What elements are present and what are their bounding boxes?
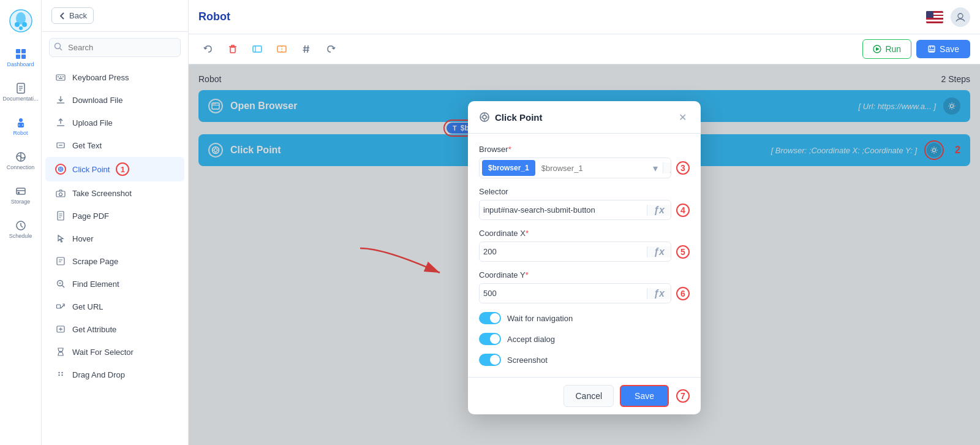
svg-rect-7 xyxy=(16,55,20,59)
svg-point-61 xyxy=(58,375,59,376)
sidebar-item-get-attribute[interactable]: Get Attribute xyxy=(45,318,184,340)
sidebar-item-page-pdf[interactable]: Page PDF xyxy=(45,205,184,227)
sidebar-list: Keyboard Press Download File Upload File… xyxy=(42,63,188,445)
browser-field-group: Browser* $browser_1 ▾ ƒx 3 xyxy=(479,145,690,178)
annotation-3: 3 xyxy=(676,161,690,175)
hover-icon xyxy=(55,233,66,244)
sidebar-item-get-url[interactable]: Get URL xyxy=(45,295,184,318)
coord-x-input-wrap: ƒx xyxy=(479,242,671,262)
user-avatar[interactable] xyxy=(951,7,970,27)
sidebar-item-take-screenshot-label: Take Screenshot xyxy=(72,189,132,198)
hash-button[interactable] xyxy=(296,39,316,59)
main-title: Robot xyxy=(198,10,230,23)
sidebar-item-click-point[interactable]: Click Point 1 xyxy=(45,157,184,181)
run-button[interactable]: Run xyxy=(862,39,911,59)
wait-nav-toggle-row: Wait for navigation xyxy=(479,312,690,324)
sidebar-item-get-url-label: Get URL xyxy=(72,302,104,311)
svg-point-2 xyxy=(15,22,20,27)
redo-button[interactable] xyxy=(321,39,341,59)
sidebar-item-get-text[interactable]: Get Text xyxy=(45,134,184,156)
coord-y-fx-button[interactable]: ƒx xyxy=(647,288,671,299)
selector-input[interactable] xyxy=(480,200,647,219)
robot-area: Robot 2 Steps Open Browser [ Url: https:… xyxy=(189,64,980,445)
modal-cancel-button[interactable]: Cancel xyxy=(564,385,614,407)
screenshot-toggle-row: Screenshot xyxy=(479,354,690,366)
scrape-icon xyxy=(55,256,66,267)
modal-header-left: Click Point xyxy=(479,112,543,123)
nav-item-connection[interactable]: Connection xyxy=(4,145,38,177)
click-point-modal: Click Point ✕ Browser* $browser_1 xyxy=(468,101,701,414)
undo-button[interactable] xyxy=(198,39,218,59)
sidebar-item-click-point-label: Click Point xyxy=(72,165,110,174)
browser-input[interactable] xyxy=(538,159,648,178)
coord-y-label: Coordinate Y* xyxy=(479,270,690,280)
save-button[interactable]: Save xyxy=(916,40,970,58)
toolbar: Run Save xyxy=(189,34,980,64)
browser-input-row: $browser_1 ▾ ƒx 3 xyxy=(479,158,690,178)
selector-input-wrap: ƒx xyxy=(479,200,671,220)
modal-close-button[interactable]: ✕ xyxy=(675,110,690,124)
screenshot-toggle[interactable] xyxy=(479,354,501,366)
language-selector[interactable] xyxy=(926,11,943,23)
coord-y-input[interactable] xyxy=(480,284,647,303)
modal-body: Browser* $browser_1 ▾ ƒx 3 xyxy=(468,134,701,377)
svg-point-21 xyxy=(18,192,19,193)
preview-button[interactable] xyxy=(247,39,267,59)
back-button[interactable]: Back xyxy=(51,7,94,24)
coord-x-input[interactable] xyxy=(480,242,647,261)
delete-button[interactable] xyxy=(223,39,243,59)
sidebar-item-upload-file[interactable]: Upload File xyxy=(45,112,184,134)
coord-x-label: Coordinate X* xyxy=(479,229,690,238)
sidebar-item-scrape-page[interactable]: Scrape Page xyxy=(45,250,184,272)
sidebar-item-download-file-label: Download File xyxy=(72,96,123,105)
sidebar-item-find-element[interactable]: Find Element xyxy=(45,273,184,295)
sidebar-item-keyboard-press[interactable]: Keyboard Press xyxy=(45,66,184,88)
browser-fx-button[interactable]: ƒx xyxy=(663,162,671,173)
attribute-icon xyxy=(55,324,66,335)
sidebar-item-download-file[interactable]: Download File xyxy=(45,89,184,111)
nav-item-storage[interactable]: Storage xyxy=(4,179,38,211)
coord-x-fx-button[interactable]: ƒx xyxy=(647,246,671,257)
annotation-5: 5 xyxy=(676,245,690,259)
back-label: Back xyxy=(69,11,87,20)
sidebar-item-take-screenshot[interactable]: Take Screenshot xyxy=(45,182,184,204)
modal-save-button[interactable]: Save xyxy=(620,385,669,407)
svg-line-69 xyxy=(304,45,305,53)
annotation-7: 7 xyxy=(676,389,690,403)
nav-item-dashboard[interactable]: Dashboard xyxy=(4,42,38,74)
coord-x-input-row: ƒx 5 xyxy=(479,242,690,262)
annotation-1: 1 xyxy=(116,162,129,176)
sidebar-item-drag-and-drop[interactable]: Drag And Drop xyxy=(45,363,184,386)
svg-point-62 xyxy=(61,375,62,376)
sidebar-item-scrape-page-label: Scrape Page xyxy=(72,257,118,266)
svg-line-52 xyxy=(62,286,65,288)
svg-rect-25 xyxy=(56,75,65,80)
svg-point-59 xyxy=(58,372,59,373)
sidebar-item-wait-for-selector-label: Wait For Selector xyxy=(72,348,134,357)
drag-icon xyxy=(55,369,66,380)
modal-title: Click Point xyxy=(495,112,543,123)
sidebar-item-hover[interactable]: Hover xyxy=(45,227,184,249)
nav-item-robot[interactable]: Robot xyxy=(4,110,38,142)
wait-nav-toggle[interactable] xyxy=(479,312,501,324)
upload-icon xyxy=(55,117,66,128)
svg-rect-29 xyxy=(59,78,62,79)
svg-rect-65 xyxy=(253,46,262,52)
sidebar-item-wait-for-selector[interactable]: Wait For Selector xyxy=(45,341,184,363)
nav-item-schedule-label: Schedule xyxy=(9,233,32,240)
accept-dialog-toggle[interactable] xyxy=(479,333,501,345)
selector-label: Selector xyxy=(479,187,690,196)
screenshot-label: Screenshot xyxy=(507,356,548,365)
selector-fx-button[interactable]: ƒx xyxy=(647,205,671,216)
save-label: Save xyxy=(940,44,959,54)
nav-item-documentation[interactable]: Documentati... xyxy=(4,76,38,108)
browser-dropdown-arrow[interactable]: ▾ xyxy=(648,162,663,174)
split-button[interactable] xyxy=(272,39,292,59)
search-input[interactable] xyxy=(49,38,181,57)
browser-tag: $browser_1 xyxy=(482,160,535,176)
sidebar: Back Keyboard Press Download File xyxy=(42,0,189,445)
svg-point-63 xyxy=(958,13,963,18)
nav-item-schedule[interactable]: Schedule xyxy=(4,213,38,245)
sidebar-item-page-pdf-label: Page PDF xyxy=(72,211,109,221)
search-box xyxy=(49,38,181,57)
